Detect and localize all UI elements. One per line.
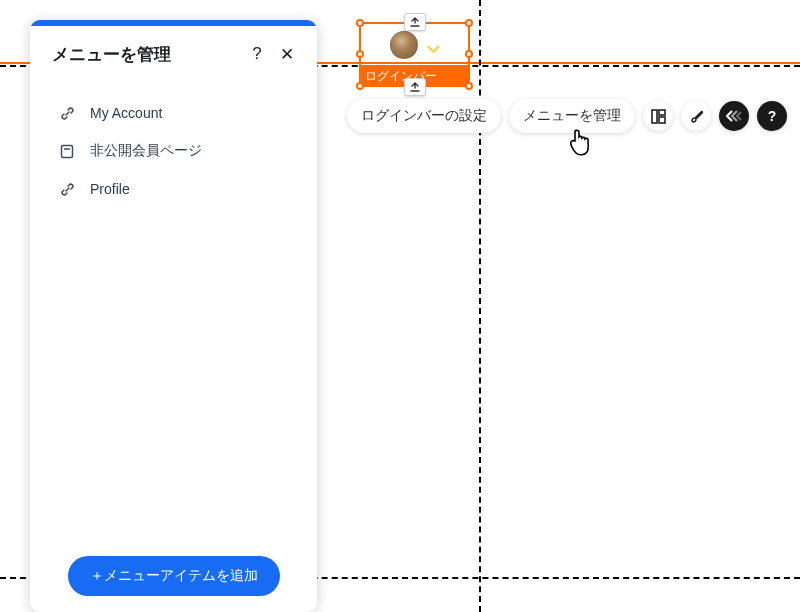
manage-menu-panel: メニューを管理 ? ✕ My Account 非公開会員ページ Profile <box>30 20 317 612</box>
manage-menu-label: メニューを管理 <box>523 108 621 123</box>
layout-icon[interactable] <box>643 101 673 131</box>
panel-title: メニューを管理 <box>52 43 245 66</box>
panel-footer: ＋メニューアイテムを追加 <box>30 540 317 612</box>
resize-handle-tl[interactable] <box>356 19 364 27</box>
menu-item-label: My Account <box>90 105 162 121</box>
close-icon: ✕ <box>280 44 294 65</box>
resize-handle-bl[interactable] <box>356 82 364 90</box>
floating-toolbar: ログインバーの設定 メニューを管理 ? <box>347 99 787 133</box>
resize-handle-ml[interactable] <box>356 50 364 58</box>
panel-header: メニューを管理 ? ✕ <box>30 26 317 80</box>
resize-handle-mr[interactable] <box>465 50 473 58</box>
svg-rect-2 <box>659 117 665 123</box>
menu-item-label: 非公開会員ページ <box>90 142 202 160</box>
selected-login-bar[interactable]: ログインバー <box>359 22 470 87</box>
menu-item-private-page[interactable]: 非公開会員ページ <box>54 132 305 170</box>
close-button[interactable]: ✕ <box>275 42 299 66</box>
animation-icon[interactable] <box>719 101 749 131</box>
help-icon-label: ? <box>768 108 777 124</box>
guide-vertical-mid <box>479 0 481 612</box>
help-icon[interactable]: ? <box>757 101 787 131</box>
manage-menu-button[interactable]: メニューを管理 <box>509 99 635 133</box>
resize-handle-br[interactable] <box>465 82 473 90</box>
page-icon <box>60 142 82 160</box>
brush-icon[interactable] <box>681 101 711 131</box>
login-bar-settings-button[interactable]: ログインバーの設定 <box>347 99 501 133</box>
svg-rect-1 <box>659 110 665 115</box>
link-icon <box>60 104 82 122</box>
attach-handle-top[interactable] <box>404 13 426 31</box>
menu-item-label: Profile <box>90 181 130 197</box>
login-bar-settings-label: ログインバーの設定 <box>361 108 487 123</box>
pointer-cursor-icon <box>566 128 592 162</box>
help-button[interactable]: ? <box>245 42 269 66</box>
menu-item-profile[interactable]: Profile <box>54 170 305 208</box>
add-menu-item-button[interactable]: ＋メニューアイテムを追加 <box>68 556 280 596</box>
help-button-label: ? <box>252 44 261 64</box>
attach-handle-bottom[interactable] <box>404 78 426 96</box>
menu-list: My Account 非公開会員ページ Profile <box>30 80 317 540</box>
svg-rect-3 <box>62 145 73 157</box>
menu-item-my-account[interactable]: My Account <box>54 94 305 132</box>
resize-handle-tr[interactable] <box>465 19 473 27</box>
add-menu-item-label: ＋メニューアイテムを追加 <box>90 567 258 583</box>
svg-rect-0 <box>652 110 657 123</box>
link-icon <box>60 180 82 198</box>
